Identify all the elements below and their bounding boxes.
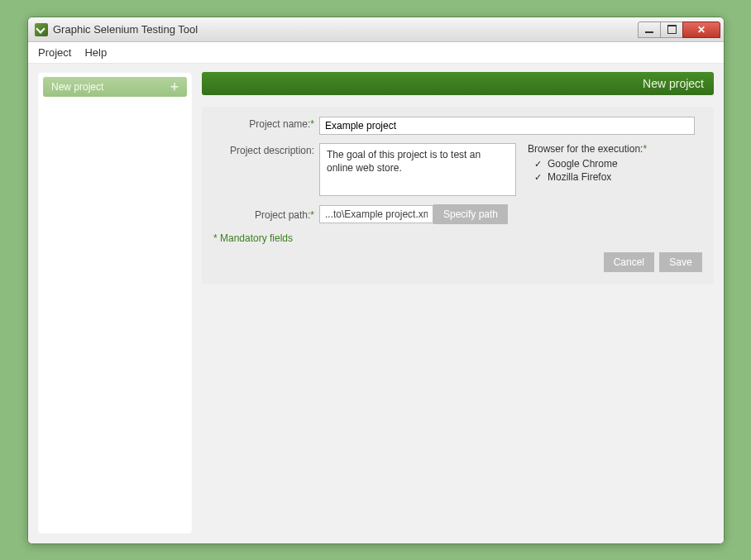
- browser-firefox-row[interactable]: ✓ Mozilla Firefox: [533, 171, 647, 183]
- maximize-button[interactable]: [660, 22, 683, 38]
- app-icon: [35, 23, 48, 36]
- form-area: Project name:* Project description: The …: [202, 107, 714, 284]
- label-project-path-text: Project path:: [255, 209, 310, 221]
- label-project-name: Project name:*: [213, 117, 319, 130]
- browser-firefox-label: Mozilla Firefox: [548, 171, 611, 183]
- project-path-input[interactable]: [319, 205, 433, 223]
- titlebar: Graphic Selenium Testing Tool: [28, 17, 724, 42]
- minimize-button[interactable]: [638, 22, 661, 38]
- asterisk: *: [643, 143, 647, 155]
- app-window: Graphic Selenium Testing Tool Project He…: [27, 17, 725, 544]
- sidebar: New project +: [38, 72, 192, 534]
- sidebar-new-project[interactable]: New project +: [43, 77, 187, 97]
- asterisk: *: [310, 209, 314, 221]
- browser-box: Browser for the execution:* ✓ Google Chr…: [528, 143, 647, 184]
- label-project-description: Project description:: [213, 143, 319, 156]
- asterisk: *: [310, 118, 314, 130]
- project-description-input[interactable]: The goal of this project is to test an o…: [319, 143, 516, 196]
- check-icon: ✓: [533, 172, 543, 182]
- window-controls: [639, 22, 720, 38]
- browser-header: Browser for the execution:*: [528, 143, 647, 155]
- row-project-path: Project path:* Specify path: [213, 204, 702, 224]
- menu-project[interactable]: Project: [38, 46, 71, 59]
- menubar: Project Help: [28, 42, 724, 64]
- row-project-name: Project name:*: [213, 117, 702, 135]
- main-panel: New project Project name:* Project descr…: [202, 72, 714, 534]
- content-area: New project + New project Project name:*…: [28, 64, 724, 543]
- browser-header-text: Browser for the execution:: [528, 143, 643, 155]
- menu-help[interactable]: Help: [84, 46, 107, 59]
- browser-chrome-label: Google Chrome: [548, 158, 618, 170]
- cancel-button[interactable]: Cancel: [604, 252, 654, 272]
- panel-header: New project: [202, 72, 714, 95]
- project-name-input[interactable]: [319, 117, 695, 135]
- specify-path-button[interactable]: Specify path: [433, 204, 508, 224]
- window-title: Graphic Selenium Testing Tool: [53, 23, 639, 36]
- browser-chrome-row[interactable]: ✓ Google Chrome: [533, 158, 647, 170]
- save-button[interactable]: Save: [659, 252, 702, 272]
- row-project-description: Project description: The goal of this pr…: [213, 143, 702, 196]
- close-button[interactable]: [682, 22, 720, 38]
- label-project-name-text: Project name:: [249, 118, 310, 130]
- label-project-path: Project path:*: [213, 208, 319, 221]
- sidebar-new-project-label: New project: [51, 81, 103, 93]
- check-icon: ✓: [533, 159, 543, 169]
- plus-icon: +: [167, 79, 182, 94]
- action-row: Cancel Save: [213, 252, 702, 272]
- panel-header-title: New project: [643, 77, 704, 90]
- mandatory-note: * Mandatory fields: [213, 232, 702, 244]
